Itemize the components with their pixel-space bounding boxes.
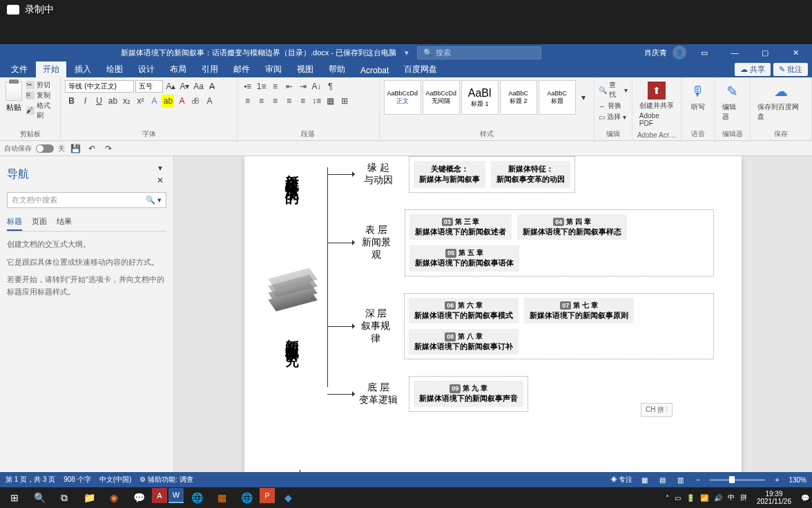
undo-button[interactable]: ↶ [86,142,98,155]
copy-button[interactable]: ⎘复制 [26,91,56,100]
bullets-button[interactable]: ⦁≡ [242,80,254,93]
search-taskbar-button[interactable]: 🔍 [28,488,51,507]
ribbon-options-button[interactable]: ▭ [692,45,717,60]
line-spacing-button[interactable]: ↕≡ [311,95,323,107]
ime-badge[interactable]: CH 拼 ⦙ [641,403,673,417]
start-button[interactable]: ⊞ [3,488,26,507]
taskbar-app[interactable]: ▦ [210,488,233,507]
styles-more-button[interactable]: ▾ [577,91,590,104]
borders-button[interactable]: ⊞ [338,95,351,107]
tab-acrobat[interactable]: Acrobat [354,64,396,77]
style-normal[interactable]: AaBbCcDd正文 [384,80,421,115]
tray-icon[interactable]: ▭ [675,494,681,502]
volume-icon[interactable]: 🔊 [714,494,722,502]
nav-dropdown-button[interactable]: ▾ [154,162,166,174]
accessibility-status[interactable]: ⚙ 辅助功能: 调查 [139,475,193,485]
show-marks-button[interactable]: ¶ [325,80,337,93]
nav-tab-headings[interactable]: 标题 [7,214,22,231]
comment-button[interactable]: ✎ 批注 [773,63,808,76]
style-heading1[interactable]: AaBl标题 1 [461,80,499,115]
tab-baidu[interactable]: 百度网盘 [397,62,444,77]
bold-button[interactable]: B [65,95,77,107]
distribute-button[interactable]: ≡ [297,95,309,107]
nav-tab-results[interactable]: 结果 [57,214,72,231]
subscript-button[interactable]: x₂ [120,95,133,107]
zoom-out-button[interactable]: − [692,474,704,485]
word-count[interactable]: 908 个字 [64,475,90,485]
battery-icon[interactable]: 🔋 [686,494,695,502]
align-center-button[interactable]: ≡ [255,95,268,107]
language-status[interactable]: 中文(中国) [99,475,132,485]
strike-button[interactable]: ab [106,95,119,107]
superscript-button[interactable]: x² [134,95,146,107]
style-heading2[interactable]: AaBbC标题 2 [500,80,537,115]
wifi-icon[interactable]: 📶 [700,494,708,502]
numbering-button[interactable]: 1≡ [255,80,268,93]
tab-insert[interactable]: 插入 [68,62,98,77]
char-border-button[interactable]: A [203,95,215,107]
tab-draw[interactable]: 绘图 [99,62,130,77]
editor-button[interactable]: ✎ 编辑器 [719,80,745,123]
tab-layout[interactable]: 布局 [163,62,193,77]
powerpoint-button[interactable]: P [260,488,275,503]
zoom-level[interactable]: 130% [789,476,806,484]
change-case-button[interactable]: Aa [192,80,204,93]
save-button[interactable]: 💾 [69,142,81,155]
nav-search-input[interactable]: 在文档中搜索 🔍 ▾ [7,192,166,208]
tab-file[interactable]: 文件 [4,62,35,77]
file-explorer-button[interactable]: 📁 [77,488,101,507]
document-area[interactable]: 新媒体语境下的 新闻叙事研究 [174,156,812,472]
taskbar-app[interactable]: ◉ [102,488,126,507]
format-painter-button[interactable]: 🖌格式刷 [26,101,56,120]
shrink-font-button[interactable]: A▾ [178,80,191,93]
text-effects-button[interactable]: A [148,95,160,107]
indent-inc-button[interactable]: ⇥ [297,80,309,93]
font-color-button[interactable]: A [175,95,188,107]
share-button[interactable]: ☁ 共享 [735,63,771,76]
tab-mailings[interactable]: 邮件 [226,62,257,77]
title-search[interactable]: 🔍 搜索 [417,46,541,59]
select-button[interactable]: ▭ 选择 ▾ [599,112,628,122]
read-mode-button[interactable]: ▦ [638,474,650,485]
zoom-in-button[interactable]: + [771,474,783,485]
tab-references[interactable]: 引用 [195,62,225,77]
baidu-save-button[interactable]: ☁ 保存到百度网盘 [755,80,807,123]
replace-button[interactable]: ↔ 替换 [599,101,628,111]
grow-font-button[interactable]: A▴ [164,80,177,93]
clear-format-button[interactable]: A̶ [206,80,218,93]
wechat-button[interactable]: 💬 [127,488,151,507]
taskbar-clock[interactable]: 19:39 2021/11/26 [753,490,795,505]
style-nospacing[interactable]: AaBbCcDd无间隔 [423,80,460,115]
taskbar-app[interactable]: ◆ [276,488,300,507]
tab-review[interactable]: 审阅 [258,62,289,77]
nav-tab-pages[interactable]: 页面 [32,214,47,231]
chrome-button-2[interactable]: 🌐 [235,488,258,507]
nav-close-button[interactable]: ✕ [154,174,166,187]
cut-button[interactable]: ✂剪切 [26,80,56,90]
highlight-button[interactable]: ab [162,95,174,107]
minimize-button[interactable]: — [722,45,747,60]
word-taskbar-button[interactable]: W [168,488,184,503]
notifications-button[interactable]: 💬 [801,494,809,502]
tab-view[interactable]: 视图 [290,62,320,77]
ime-lang-button[interactable]: 中 [728,493,735,502]
web-layout-button[interactable]: ▥ [674,474,686,485]
autosave-toggle[interactable] [36,144,54,153]
align-left-button[interactable]: ≡ [242,95,254,107]
task-view-button[interactable]: ⧉ [52,488,76,507]
underline-button[interactable]: U [93,95,105,107]
chrome-button[interactable]: 🌐 [185,488,209,507]
ime-mode-button[interactable]: 拼 [740,493,747,502]
dictate-button[interactable]: 🎙 听写 [686,80,710,113]
justify-button[interactable]: ≡ [283,95,296,107]
user-avatar[interactable]: 👤 [673,46,686,59]
font-size-select[interactable]: 五号 [135,80,163,93]
multilevel-button[interactable]: ≡ [269,80,282,93]
tab-design[interactable]: 设计 [131,62,162,77]
find-button[interactable]: 🔍 查找 ▾ [599,80,628,100]
indent-dec-button[interactable]: ⇤ [283,80,296,93]
font-family-select[interactable]: 等线 (中文正文) [65,80,134,93]
sort-button[interactable]: A↓ [311,80,323,93]
tab-home[interactable]: 开始 [36,62,66,77]
paste-button[interactable]: 粘贴 [4,80,23,128]
